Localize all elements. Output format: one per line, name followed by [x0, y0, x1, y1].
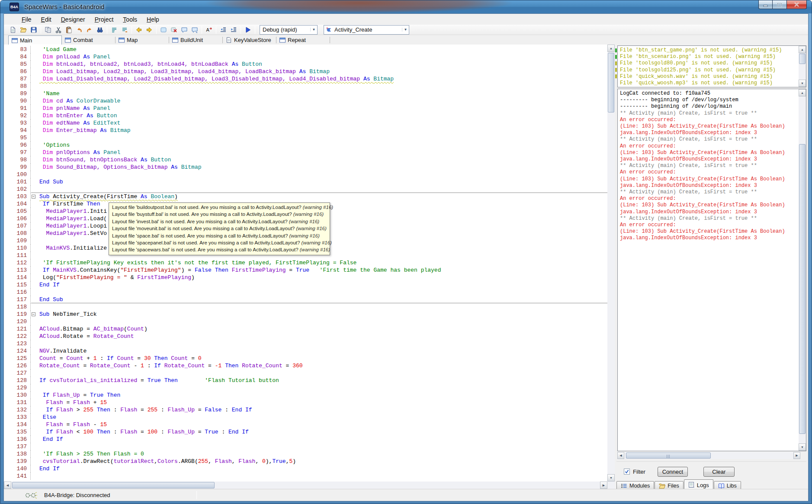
scroll-down-icon[interactable]: ▼ — [607, 474, 615, 482]
log-vscroll-thumb[interactable] — [799, 144, 806, 434]
show-designer-icon[interactable] — [158, 25, 169, 35]
scroll-right-icon[interactable]: ▶ — [793, 452, 800, 459]
code-line[interactable]: 127 — [4, 369, 607, 377]
autocomplete-icon[interactable]: A — [204, 25, 214, 35]
scroll-left-icon[interactable]: ◀ — [617, 452, 624, 459]
code-line[interactable]: 137 — [4, 443, 607, 450]
code-line[interactable]: 103−Sub Activity_Create(FirstTime As Boo… — [4, 193, 607, 200]
log-hscroll-thumb[interactable] — [626, 453, 711, 459]
filter-checkbox[interactable] — [624, 469, 630, 475]
code-line[interactable]: 126Rotate_Count = Rotate_Count - 1 : If … — [4, 362, 607, 369]
code-line[interactable]: 129 — [4, 384, 607, 392]
code-line[interactable]: 86 Dim Load1_bitmap, Load2_bitmap, Load3… — [4, 68, 607, 75]
code-line[interactable]: 132 If Flash > 255 Then : Flash = 255 : … — [4, 406, 607, 414]
code-line[interactable]: 91 Dim pnlName As Panel — [4, 105, 607, 112]
run-icon[interactable] — [243, 25, 253, 35]
maximize-button[interactable] — [773, 0, 787, 9]
code-line[interactable]: 128If cvsTutorial_is_initialized = True … — [4, 377, 607, 384]
code-area[interactable]: 83 'Load Game84 Dim pnlLoad As Panel85 D… — [4, 45, 607, 482]
build-configuration-combo[interactable]: Debug (rapid) ▼ — [260, 25, 318, 35]
code-line[interactable]: 134 Flash = Flash - 15 — [4, 421, 607, 428]
clear-button[interactable]: Clear — [703, 467, 735, 477]
outdent-icon[interactable] — [218, 25, 228, 35]
uncomment-lines-icon[interactable] — [119, 25, 130, 35]
menu-file[interactable]: File — [17, 15, 36, 24]
editor-horizontal-scrollbar[interactable]: ◀ ▶ — [4, 482, 607, 489]
warnings-vscroll-thumb[interactable] — [799, 54, 806, 64]
connect-button[interactable]: Connect — [658, 467, 688, 477]
code-line[interactable]: 100 — [4, 171, 607, 178]
code-line[interactable]: 112 'If FirstTimePlaying Key exists then… — [4, 259, 607, 266]
code-line[interactable]: 89 'Name — [4, 90, 607, 97]
module-navigator-combo[interactable]: Activity_Create ▼ — [324, 25, 409, 35]
code-line[interactable]: 102 — [4, 186, 607, 193]
scroll-down-icon[interactable]: ▼ — [799, 443, 806, 451]
minimize-button[interactable] — [758, 0, 773, 9]
code-line[interactable]: 85 Dim btnLoad1, btnLoad2, btnLoad3, btn… — [4, 61, 607, 68]
code-line[interactable]: 93 Dim edtName As EditText — [4, 119, 607, 127]
code-line[interactable]: 131 Flash = Flash + 15 — [4, 399, 607, 406]
code-line[interactable]: 90 Dim cd As ColorDrawable — [4, 97, 607, 105]
remove-view-icon[interactable] — [169, 25, 179, 35]
code-line[interactable]: 122ACloud.Rotate = Rotate_Count — [4, 333, 607, 340]
log-vertical-scrollbar[interactable]: ▲ ▼ — [799, 89, 806, 451]
logcat-output[interactable]: LogCat connected to: f10aa745--------- b… — [617, 89, 806, 451]
uncomment-bubble-icon[interactable] — [189, 25, 200, 35]
editor-hscroll-thumb[interactable] — [12, 482, 215, 488]
indent-icon[interactable] — [228, 25, 239, 35]
code-line[interactable]: 138 'If Flash > 255 Then Flash = 0 — [4, 450, 607, 458]
code-line[interactable]: 117End Sub — [4, 296, 607, 303]
menu-tools[interactable]: Tools — [118, 15, 142, 24]
code-line[interactable]: 136 End If — [4, 436, 607, 443]
code-editor[interactable]: 83 'Load Game84 Dim pnlLoad As Panel85 D… — [4, 45, 615, 489]
code-line[interactable]: 141 — [4, 472, 607, 480]
menu-edit[interactable]: Edit — [36, 15, 56, 24]
code-line[interactable]: 98 Dim btnSound, btnOptionsBack As Butto… — [4, 156, 607, 164]
scroll-up-icon[interactable]: ▲ — [607, 45, 615, 52]
code-line[interactable]: 133 Else — [4, 414, 607, 421]
close-button[interactable] — [787, 0, 807, 9]
tab-map[interactable]: Map — [116, 35, 169, 45]
editor-vscroll-thumb[interactable] — [608, 53, 614, 112]
code-line[interactable]: 120 — [4, 318, 607, 325]
code-line[interactable]: 116 — [4, 289, 607, 296]
tab-keyvaluestore[interactable]: KeyValueStore — [223, 35, 276, 45]
navigate-forward-icon[interactable] — [144, 25, 154, 35]
code-line[interactable]: 114 Log("FirstTimePlaying = " & FirstTim… — [4, 274, 607, 281]
find-icon[interactable] — [95, 25, 105, 35]
scroll-down-icon[interactable]: ▼ — [799, 80, 806, 87]
collapse-icon[interactable]: − — [32, 312, 35, 316]
code-line[interactable]: 87 Dim Load1_Disabled_bitmap, Load2_Disa… — [4, 75, 607, 83]
code-line[interactable]: 124NGV.Invalidate — [4, 347, 607, 355]
new-file-icon[interactable] — [8, 25, 18, 35]
editor-vertical-scrollbar[interactable]: ▲ ▼ — [607, 45, 615, 482]
code-line[interactable]: 95 — [4, 134, 607, 141]
copy-icon[interactable] — [43, 25, 53, 35]
open-project-icon[interactable] — [18, 25, 29, 35]
code-line[interactable]: 101End Sub — [4, 178, 607, 186]
menu-project[interactable]: Project — [90, 15, 119, 24]
paste-icon[interactable] — [64, 25, 74, 35]
undo-icon[interactable] — [74, 25, 84, 35]
code-line[interactable]: 99 Dim Sound_Bitmap, Options_Back_bitmap… — [4, 164, 607, 171]
code-line[interactable]: 121ACloud.Bitmap = AC_bitmap(Count) — [4, 325, 607, 333]
tab-buildunit[interactable]: BuildUnit — [169, 35, 223, 45]
scroll-up-icon[interactable]: ▲ — [799, 89, 806, 96]
warnings-vertical-scrollbar[interactable]: ▲ ▼ — [799, 46, 806, 87]
collapse-icon[interactable]: − — [32, 195, 35, 199]
cut-icon[interactable] — [53, 25, 64, 35]
code-line[interactable]: 94 Dim Enter_bitmap As Bitmap — [4, 127, 607, 134]
code-line[interactable]: 135 If Flash < 100 Then : Flash = 100 : … — [4, 428, 607, 436]
redo-icon[interactable] — [84, 25, 95, 35]
title-bar[interactable]: B4A SpaceWars - Basic4android — [0, 0, 812, 13]
code-line[interactable]: 92 Dim btnEnter As Button — [4, 112, 607, 119]
menu-designer[interactable]: Designer — [56, 15, 90, 24]
code-line[interactable]: 115End If — [4, 281, 607, 289]
menu-help[interactable]: Help — [142, 15, 164, 24]
code-line[interactable]: 140End If — [4, 465, 607, 472]
code-line[interactable]: 119−Sub NebTimer_Tick — [4, 311, 607, 318]
compiler-warnings-list[interactable]: File 'btn_start_game.png' is not used. (… — [617, 45, 806, 87]
code-line[interactable]: 84 Dim pnlLoad As Panel — [4, 53, 607, 61]
code-line[interactable]: 118 — [4, 303, 607, 311]
navigate-back-icon[interactable] — [134, 25, 144, 35]
